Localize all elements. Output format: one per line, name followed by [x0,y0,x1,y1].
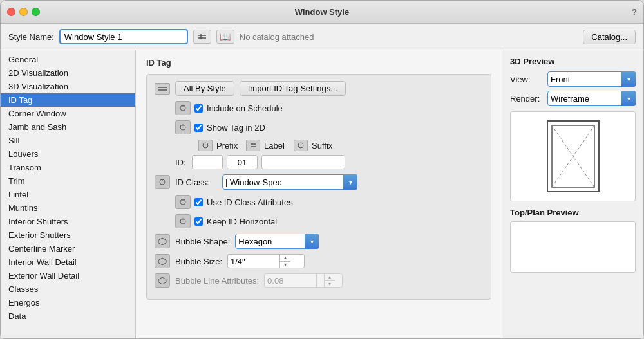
bubble-size-label: Bubble Size: [175,257,222,266]
sidebar-item-centerline-marker[interactable]: Centerline Marker [1,242,135,255]
bubble-line-attr-row: Bubble Line Attributes: ▴ ▾ [155,273,483,288]
id-suffix-input[interactable] [261,155,345,169]
include-schedule-label: Include on Schedule [207,104,283,113]
bubble-shape-label: Bubble Shape: [175,237,230,246]
view-select[interactable]: Front Back Left Right Top [547,71,636,87]
bubble-shape-select-wrapper: Hexagon Circle Square ▾ [235,234,319,249]
view-row: View: Front Back Left Right Top ▾ [510,71,636,87]
sidebar-item-general[interactable]: General [1,53,135,66]
id-class-label: ID Class: [175,178,217,187]
id-tag-panel: All By Style Import ID Tag Settings... I… [146,74,491,300]
bubble-size-input[interactable] [228,255,279,268]
render-select[interactable]: Wireframe Shaded Realistic [547,91,636,106]
sidebar-item-louvers[interactable]: Louvers [1,147,135,161]
suffix-icon [294,140,308,151]
sidebar: General 2D Visualization 3D Visualizatio… [1,50,136,338]
catalog-button[interactable]: Catalog... [583,30,636,44]
style-name-input[interactable] [59,29,188,44]
sidebar-item-trim[interactable]: Trim [1,174,135,188]
svg-marker-20 [158,258,166,265]
keep-id-horizontal-row: Keep ID Horizontal [175,214,483,228]
sidebar-item-sill[interactable]: Sill [1,134,135,147]
3d-preview-canvas [510,111,636,201]
catalog-status: No catalog attached [240,32,578,42]
3d-preview-svg [544,118,602,195]
show-tag-2d-checkbox[interactable] [194,124,203,132]
bubble-line-up: ▴ [325,273,335,281]
id-row: ID: [175,155,483,169]
bubble-shape-icon [155,234,170,248]
render-select-wrapper: Wireframe Shaded Realistic ▾ [547,91,636,106]
id-class-select-wrapper: | Window-Spec ▾ [222,174,357,190]
right-panel: 3D Preview View: Front Back Left Right T… [502,50,643,338]
prefix-icon [198,140,213,151]
bubble-size-stepper: ▴ ▾ [279,254,290,268]
all-by-style-icon [155,83,170,95]
bubble-size-up[interactable]: ▴ [280,254,290,262]
keep-id-horizontal-checkbox[interactable] [194,217,203,226]
view-label: View: [510,75,542,84]
all-by-style-button[interactable]: All By Style [175,81,234,96]
label-icon [246,140,260,151]
sidebar-item-interior-shutters[interactable]: Interior Shutters [1,215,135,228]
include-schedule-checkbox[interactable] [194,104,203,113]
include-schedule-row: Include on Schedule [175,101,483,115]
top-plan-preview-canvas [510,221,636,273]
3d-preview-title: 3D Preview [510,57,636,66]
sidebar-item-transom[interactable]: Transom [1,161,135,174]
sidebar-item-energos[interactable]: Energos [1,296,135,309]
sidebar-item-interior-wall-detail[interactable]: Interior Wall Detail [1,255,135,269]
titlebar: Window Style ? [1,1,643,24]
sidebar-item-corner-window[interactable]: Corner Window [1,107,135,120]
close-button[interactable] [7,8,15,16]
sidebar-item-jamb-sash[interactable]: Jamb and Sash [1,120,135,134]
section-title: ID Tag [146,58,491,68]
import-id-tag-button[interactable]: Import ID Tag Settings... [240,81,346,96]
sidebar-item-data[interactable]: Data [1,309,135,323]
id-class-row-icon [155,175,170,189]
maximize-button[interactable] [32,8,40,16]
book-icon-btn[interactable]: 📖 [216,30,234,44]
bubble-line-attr-label: Bubble Line Attributes: [175,276,259,286]
render-label: Render: [510,94,542,104]
show-tag-icon [175,120,191,134]
main-window: Window Style ? Style Name: 📖 No catalog … [0,0,644,339]
sidebar-item-classes[interactable]: Classes [1,282,135,296]
id-prefix-input[interactable] [192,155,223,169]
sidebar-item-exterior-shutters[interactable]: Exterior Shutters [1,228,135,242]
sidebar-item-2d-viz[interactable]: 2D Visualization [1,66,135,80]
bubble-line-attr-field: ▴ ▾ [264,273,343,288]
bubble-size-field: ▴ ▾ [227,254,305,268]
sidebar-item-muntins[interactable]: Muntins [1,201,135,215]
bubble-line-attr-input[interactable] [265,275,316,287]
suffix-label: Suffix [312,141,337,151]
help-icon[interactable]: ? [632,7,637,17]
sidebar-item-3d-viz[interactable]: 3D Visualization [1,80,135,93]
sidebar-item-lintel[interactable]: Lintel [1,188,135,201]
label-label: Label [264,141,290,151]
id-class-row: ID Class: | Window-Spec ▾ [155,174,483,190]
bubble-line-stepper: ▴ ▾ [324,273,335,288]
all-by-style-row: All By Style Import ID Tag Settings... [155,81,483,96]
bubble-shape-select[interactable]: Hexagon Circle Square [235,234,319,249]
view-select-wrapper: Front Back Left Right Top ▾ [547,71,636,87]
sidebar-item-exterior-wall-detail[interactable]: Exterior Wall Detail [1,269,135,282]
id-field-label: ID: [175,158,188,167]
prefix-label: Prefix [216,141,242,151]
edit-icon-btn[interactable] [193,30,211,44]
id-class-select[interactable]: | Window-Spec [222,174,357,190]
bubble-size-down[interactable]: ▾ [280,262,290,269]
svg-marker-21 [158,277,166,284]
minimize-button[interactable] [19,8,28,16]
id-label-input[interactable] [227,155,258,169]
bubble-line-down: ▾ [325,281,335,288]
plan-preview-title: Top/Plan Preview [510,208,636,217]
use-id-class-checkbox[interactable] [194,198,203,206]
bubble-size-icon [155,254,170,268]
sidebar-item-id-tag[interactable]: ID Tag [1,93,135,107]
render-row: Render: Wireframe Shaded Realistic ▾ [510,91,636,106]
svg-point-9 [203,143,208,148]
pcs-header-row: Prefix Label Suffix [175,140,483,151]
show-tag-2d-row: Show Tag in 2D [175,120,483,134]
window-title: Window Style [295,7,349,17]
